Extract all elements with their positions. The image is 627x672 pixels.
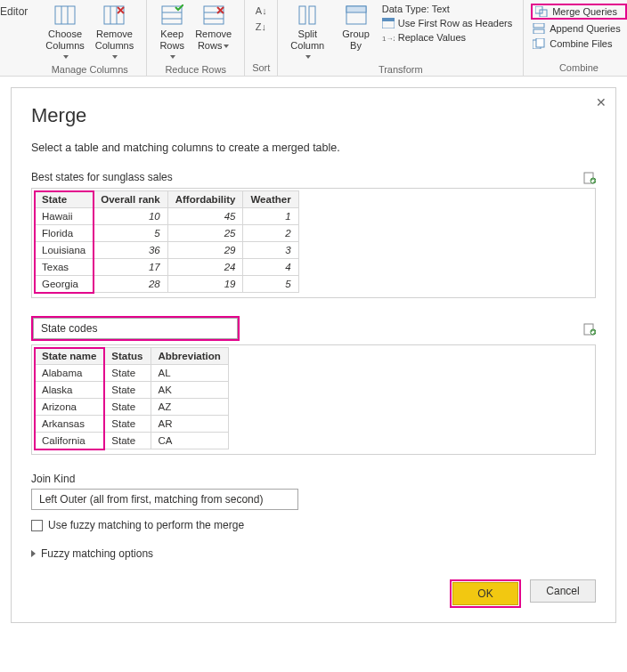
combine-files-button[interactable]: Combine Files — [531, 37, 627, 50]
table-row[interactable]: Florida5252 — [35, 225, 299, 242]
table-row[interactable]: AlaskaStateAK — [35, 382, 229, 399]
sort-asc-icon: A↓ — [256, 5, 267, 16]
choose-columns-icon — [53, 4, 77, 27]
svg-rect-21 — [382, 18, 395, 21]
replace-values-icon: 1→2 — [382, 32, 395, 43]
table-refresh-icon[interactable] — [583, 321, 596, 336]
table2-preview-frame: State nameStatusAbbreviationAlabamaState… — [31, 344, 596, 455]
table1-preview[interactable]: StateOverall rankAffordabilityWeatherHaw… — [34, 190, 299, 293]
column-header[interactable]: State — [35, 191, 94, 208]
merge-queries-icon — [535, 6, 548, 17]
chevron-down-icon — [170, 55, 175, 59]
choose-columns-button[interactable]: Choose Columns — [40, 2, 89, 64]
ribbon: Editor Choose Columns Remove Columns Man… — [0, 0, 627, 77]
checkbox-icon — [31, 520, 43, 531]
triangle-right-icon — [31, 550, 36, 557]
table-row[interactable]: ArkansasStateAR — [35, 416, 229, 433]
close-icon[interactable]: ✕ — [596, 95, 607, 109]
fuzzy-matching-checkbox[interactable]: Use fuzzy matching to perform the merge — [31, 519, 596, 531]
column-header[interactable]: Abbreviation — [151, 348, 228, 365]
svg-rect-16 — [299, 6, 305, 24]
dialog-title: Merge — [31, 104, 596, 127]
combine-files-icon — [533, 38, 545, 49]
chevron-down-icon — [112, 55, 118, 59]
table2-preview[interactable]: State nameStatusAbbreviationAlabamaState… — [34, 347, 229, 449]
remove-columns-icon — [102, 4, 126, 27]
ribbon-section-sort: A↓ Z↓ Sort — [245, 0, 278, 76]
group-by-icon — [344, 4, 369, 27]
svg-text:1→2: 1→2 — [382, 35, 395, 43]
highlight-second-table-select: State codes — [31, 316, 240, 341]
sort-desc-icon: Z↓ — [256, 21, 266, 32]
remove-columns-button[interactable]: Remove Columns — [90, 2, 139, 64]
split-column-icon — [295, 4, 320, 27]
table-row[interactable]: Georgia28195 — [35, 276, 299, 293]
keep-rows-icon — [159, 4, 184, 27]
svg-rect-28 — [536, 38, 544, 47]
column-header[interactable]: Affordability — [167, 191, 243, 208]
svg-rect-17 — [309, 6, 315, 24]
highlight-merge-queries: Merge Queries — [531, 4, 627, 20]
join-kind-select[interactable]: Left Outer (all from first, matching fro… — [31, 489, 298, 510]
svg-rect-0 — [55, 6, 75, 24]
table-row[interactable]: ArizonaStateAZ — [35, 399, 229, 416]
sort-asc-button[interactable]: A↓ — [256, 5, 267, 16]
replace-values-button[interactable]: 1→2 Replace Values — [382, 32, 516, 43]
remove-rows-icon — [201, 4, 226, 27]
table-row[interactable]: Texas17244 — [35, 259, 299, 276]
table-header-icon — [382, 18, 395, 28]
chevron-down-icon — [63, 55, 69, 59]
dialog-subtitle: Select a table and matching columns to c… — [31, 142, 596, 154]
data-type-dropdown[interactable]: Data Type: Text — [382, 4, 516, 14]
table-row[interactable]: Hawaii10451 — [35, 208, 299, 225]
fuzzy-options-expander[interactable]: Fuzzy matching options — [31, 547, 596, 560]
column-header[interactable]: Status — [104, 348, 151, 365]
column-header[interactable]: Weather — [243, 191, 298, 208]
sort-desc-button[interactable]: Z↓ — [256, 21, 266, 32]
table-row[interactable]: CaliforniaStateCA — [35, 433, 229, 449]
merge-dialog: ✕ Merge Select a table and matching colu… — [11, 87, 616, 623]
ribbon-section-reduce-rows: Keep Rows Remove Rows Reduce Rows — [147, 0, 245, 76]
join-kind-label: Join Kind — [31, 473, 596, 485]
cancel-button[interactable]: Cancel — [530, 579, 596, 603]
merge-queries-button[interactable]: Merge Queries — [533, 5, 624, 18]
remove-rows-button[interactable]: Remove Rows — [190, 2, 237, 53]
table-refresh-icon[interactable] — [583, 170, 596, 184]
append-queries-button[interactable]: Append Queries — [531, 22, 627, 35]
ribbon-section-transform: Split Column Group By Data Type: Text Us… — [278, 0, 524, 76]
append-queries-icon — [533, 23, 545, 34]
ribbon-section-combine: Merge Queries Append Queries Combine Fil… — [524, 0, 627, 76]
keep-rows-button[interactable]: Keep Rows — [154, 2, 190, 64]
highlight-ok-button: OK — [450, 579, 521, 608]
column-header[interactable]: State name — [35, 348, 104, 365]
svg-rect-19 — [346, 6, 366, 12]
table1-caption: Best states for sunglass sales — [31, 171, 173, 183]
table-row[interactable]: AlabamaStateAL — [35, 365, 229, 382]
svg-rect-25 — [533, 23, 544, 28]
svg-rect-26 — [533, 29, 544, 34]
editor-label: Editor — [0, 0, 33, 76]
chevron-down-icon — [305, 55, 311, 59]
first-row-headers-button[interactable]: Use First Row as Headers — [382, 18, 516, 28]
second-table-select[interactable]: State codes — [33, 318, 238, 339]
split-column-button[interactable]: Split Column — [285, 2, 330, 64]
chevron-down-icon — [224, 45, 229, 48]
group-by-button[interactable]: Group By — [337, 2, 375, 53]
table1-preview-frame: StateOverall rankAffordabilityWeatherHaw… — [31, 188, 596, 298]
ok-button[interactable]: OK — [452, 582, 518, 605]
table-row[interactable]: Louisiana36293 — [35, 242, 299, 259]
ribbon-section-manage-columns: Choose Columns Remove Columns Manage Col… — [33, 0, 147, 76]
column-header[interactable]: Overall rank — [94, 191, 167, 208]
